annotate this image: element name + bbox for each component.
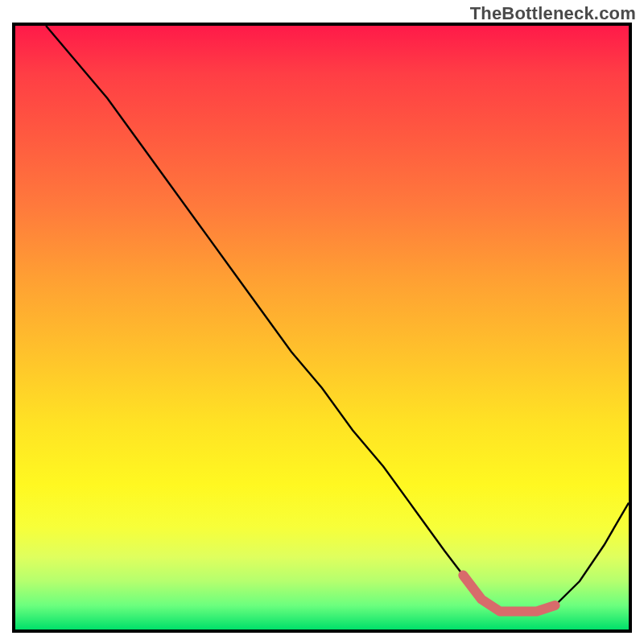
bottleneck-curve-line	[46, 26, 629, 612]
watermark-text: TheBottleneck.com	[470, 3, 636, 24]
chart-container: TheBottleneck.com	[0, 0, 644, 644]
plot-area	[12, 23, 632, 633]
chart-svg	[15, 26, 629, 630]
optimal-range-highlight	[463, 576, 555, 612]
